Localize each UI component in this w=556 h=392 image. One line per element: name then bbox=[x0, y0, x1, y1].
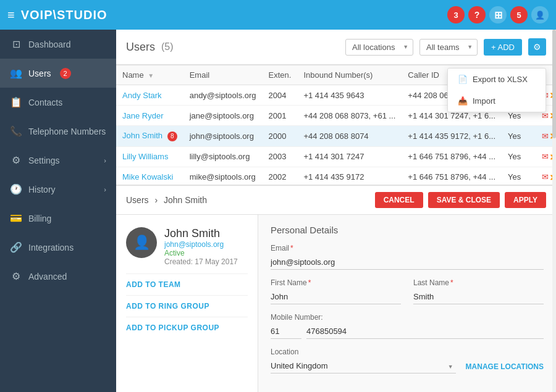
telephone-icon: 📞 bbox=[10, 125, 22, 137]
manage-locations-link[interactable]: MANAGE LOCATIONS bbox=[466, 362, 544, 373]
notification-badge[interactable]: 3 bbox=[447, 6, 465, 23]
sidebar-item-billing[interactable]: 💳 Billing bbox=[0, 204, 116, 233]
dropdown-menu: 📄 Export to XLSX 📥 Import bbox=[447, 68, 546, 112]
sidebar-item-history[interactable]: 🕐 History › bbox=[0, 175, 116, 204]
user-link[interactable]: Lilly Williams bbox=[122, 152, 168, 161]
gear-button[interactable]: ⚙ bbox=[528, 38, 546, 56]
sidebar-item-label: Contacts bbox=[28, 98, 62, 107]
action-icon-1[interactable]: ✉ bbox=[542, 172, 549, 181]
sidebar-item-users[interactable]: 👥 Users 2 bbox=[0, 59, 116, 88]
user-badge[interactable]: 5 bbox=[510, 6, 528, 23]
header-right: 3 ? ⊞ 5 👤 bbox=[447, 6, 549, 23]
detail-panel: Users › John Smith CANCEL SAVE & CLOSE A… bbox=[116, 185, 556, 392]
user-link[interactable]: Mike Kowalski bbox=[122, 172, 173, 181]
location-row: United Kingdom MANAGE LOCATIONS bbox=[271, 359, 544, 373]
users-icon: 👥 bbox=[10, 67, 22, 79]
sidebar-item-label: Users bbox=[28, 69, 51, 78]
user-link[interactable]: John Smith bbox=[122, 131, 162, 140]
col-inbound: Inbound Number(s) bbox=[297, 65, 402, 85]
teams-filter-wrap: All teams bbox=[419, 39, 478, 56]
scrollbar[interactable] bbox=[552, 215, 556, 392]
sidebar-item-telephone-numbers[interactable]: 📞 Telephone Numbers bbox=[0, 117, 116, 146]
main-content: Users (5) All locations All teams + ADD … bbox=[116, 30, 556, 392]
user-inbound-cell: +1 414 301 7247 bbox=[297, 146, 402, 167]
menu-icon[interactable]: ≡ bbox=[7, 8, 15, 22]
apps-button[interactable]: ⊞ bbox=[489, 6, 507, 23]
sidebar-item-label: Advanced bbox=[28, 272, 67, 281]
add-user-button[interactable]: + ADD bbox=[484, 39, 522, 56]
user-link[interactable]: Jane Ryder bbox=[122, 111, 163, 120]
first-name-input[interactable] bbox=[271, 290, 401, 304]
last-name-input[interactable] bbox=[413, 290, 544, 304]
email-form-group: Email* bbox=[271, 244, 544, 270]
phone-row bbox=[271, 324, 544, 339]
action-icon-1[interactable]: ✉ bbox=[542, 131, 549, 141]
detail-header: Users › John Smith CANCEL SAVE & CLOSE A… bbox=[116, 186, 556, 215]
add-to-team-link[interactable]: ADD TO TEAM bbox=[126, 273, 248, 295]
last-name-form-group: Last Name* bbox=[413, 278, 544, 304]
user-email-cell: mike@siptools.org bbox=[183, 167, 263, 185]
sidebar-item-integrations[interactable]: 🔗 Integrations bbox=[0, 233, 116, 262]
locations-filter[interactable]: All locations bbox=[345, 39, 413, 56]
contacts-icon: 📋 bbox=[10, 96, 22, 108]
user-email: john@siptools.org bbox=[164, 240, 238, 249]
user-link[interactable]: Andy Stark bbox=[122, 91, 162, 100]
mobile-label: Mobile Number: bbox=[271, 313, 544, 322]
user-avatar-button[interactable]: 👤 bbox=[531, 6, 549, 23]
sidebar-item-dashboard[interactable]: ⊡ Dashboard bbox=[0, 30, 116, 59]
user-callerid-cell: +1 646 751 8796, +44 ... bbox=[402, 167, 502, 185]
detail-right-panel: Personal Details Email* First Name* bbox=[258, 215, 556, 392]
user-ext-cell: 2003 bbox=[263, 146, 298, 167]
help-button[interactable]: ? bbox=[468, 6, 486, 23]
user-email-cell: jane@siptools.org bbox=[183, 106, 263, 126]
action-icon-1[interactable]: ✉ bbox=[542, 152, 549, 161]
integrations-icon: 🔗 bbox=[10, 241, 22, 253]
layout: ⊡ Dashboard 👥 Users 2 📋 Contacts 📞 Telep… bbox=[0, 30, 556, 392]
location-form-group: Location United Kingdom MANAGE LOCATIONS bbox=[271, 348, 544, 373]
import-item[interactable]: 📥 Import bbox=[448, 90, 545, 112]
user-row-badge: 8 bbox=[167, 131, 177, 141]
table-row: Mike Kowalski mike@siptools.org 2002 +1 … bbox=[116, 167, 556, 185]
sidebar-item-label: History bbox=[28, 185, 56, 194]
user-ext-cell: 2002 bbox=[263, 167, 298, 185]
email-label: Email* bbox=[271, 244, 544, 252]
user-email-cell: lilly@siptools.org bbox=[183, 146, 263, 167]
phone-code-input[interactable] bbox=[271, 324, 301, 339]
export-xlsx-item[interactable]: 📄 Export to XLSX bbox=[448, 69, 545, 90]
sidebar-item-label: Integrations bbox=[28, 243, 74, 252]
sidebar-item-advanced[interactable]: ⚙ Advanced bbox=[0, 262, 116, 291]
user-active-cell: Yes bbox=[502, 167, 536, 185]
user-name-cell: Mike Kowalski bbox=[116, 167, 183, 185]
sidebar-item-contacts[interactable]: 📋 Contacts bbox=[0, 88, 116, 117]
save-close-button[interactable]: SAVE & CLOSE bbox=[428, 192, 500, 208]
sidebar-item-settings[interactable]: ⚙ Settings › bbox=[0, 146, 116, 175]
add-to-ring-group-link[interactable]: ADD TO RING GROUP bbox=[126, 295, 248, 317]
detail-content: 👤 John Smith john@siptools.org Active Cr… bbox=[116, 215, 556, 392]
teams-filter[interactable]: All teams bbox=[419, 39, 478, 56]
email-input[interactable] bbox=[271, 255, 544, 270]
first-name-label: First Name* bbox=[271, 278, 401, 287]
user-email-cell: andy@siptools.org bbox=[183, 85, 263, 106]
col-exten: Exten. bbox=[263, 65, 298, 85]
export-icon: 📄 bbox=[458, 75, 468, 84]
user-callerid-cell: +1 414 435 9172, +1 6... bbox=[402, 126, 502, 147]
user-full-name: John Smith bbox=[164, 227, 238, 240]
add-to-pickup-group-link[interactable]: ADD TO PICKUP GROUP bbox=[126, 317, 248, 338]
user-callerid-cell: +1 646 751 8796, +44 ... bbox=[402, 146, 502, 167]
locations-filter-wrap: All locations bbox=[345, 39, 413, 56]
sidebar-item-label: Settings bbox=[28, 156, 60, 165]
sidebar: ⊡ Dashboard 👥 Users 2 📋 Contacts 📞 Telep… bbox=[0, 30, 116, 392]
advanced-icon: ⚙ bbox=[10, 270, 22, 282]
user-inbound-cell: +1 414 435 9643 bbox=[297, 85, 402, 106]
sidebar-item-label: Billing bbox=[28, 214, 51, 223]
import-icon: 📥 bbox=[458, 96, 468, 106]
users-title: Users bbox=[126, 41, 155, 54]
user-status: Active bbox=[164, 249, 238, 257]
location-select[interactable]: United Kingdom bbox=[271, 359, 456, 373]
apply-button[interactable]: APPLY bbox=[505, 192, 546, 208]
personal-details-title: Personal Details bbox=[271, 225, 544, 235]
phone-number-input[interactable] bbox=[306, 324, 544, 339]
billing-icon: 💳 bbox=[10, 212, 22, 224]
sidebar-item-label: Telephone Numbers bbox=[28, 127, 106, 136]
cancel-button[interactable]: CANCEL bbox=[375, 192, 423, 208]
